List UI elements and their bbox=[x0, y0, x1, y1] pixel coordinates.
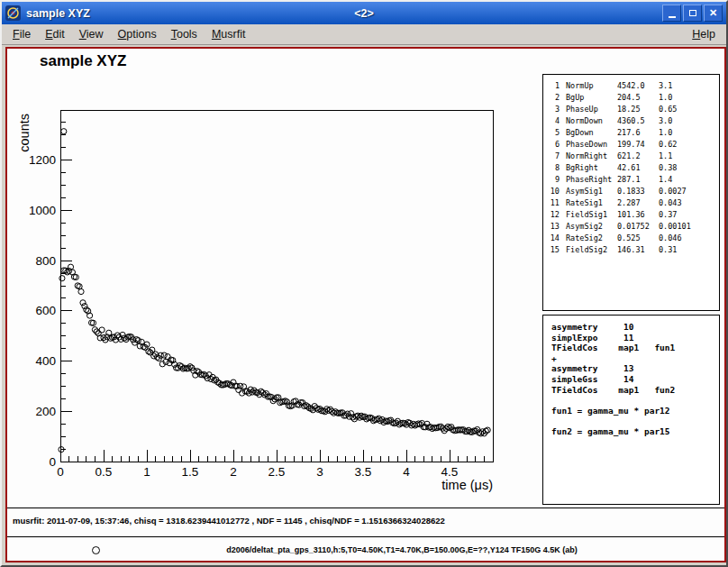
menubar: FileEditViewOptionsToolsMusrfit Help bbox=[2, 24, 726, 45]
app-icon[interactable] bbox=[5, 5, 21, 21]
legend-marker-circle-icon bbox=[92, 546, 100, 554]
plot-svg: 00.511.522.533.544.502004006008001000120… bbox=[7, 49, 512, 517]
svg-text:200: 200 bbox=[35, 405, 56, 418]
param-row: 12FieldSig1101.360.37 bbox=[543, 209, 719, 221]
svg-text:600: 600 bbox=[35, 304, 56, 317]
svg-text:time (μs): time (μs) bbox=[441, 478, 493, 492]
stats-separator-line bbox=[7, 508, 724, 508]
svg-text:400: 400 bbox=[35, 354, 56, 368]
menu-musrfit[interactable]: Musrfit bbox=[205, 26, 253, 42]
menu-tools[interactable]: Tools bbox=[164, 26, 205, 42]
svg-text:1: 1 bbox=[143, 465, 150, 479]
svg-text:2: 2 bbox=[230, 465, 237, 479]
param-row: 4NormDown4360.53.0 bbox=[543, 115, 719, 127]
param-row: 6PhaseDown199.740.62 bbox=[543, 139, 719, 151]
legend-run-title: d2006/deltat_pta_gps_3110,h:5,T0=4.50K,T… bbox=[115, 545, 688, 554]
param-row: 10AsymSig10.18330.0027 bbox=[543, 186, 719, 197]
svg-text:1000: 1000 bbox=[29, 204, 56, 217]
param-row: 9PhaseRight287.11.4 bbox=[543, 174, 719, 186]
param-row: 15FieldSig2146.310.31 bbox=[543, 244, 719, 256]
param-row: 11RateSig12.2870.043 bbox=[543, 197, 719, 209]
window-buttons: ✕ bbox=[662, 5, 723, 22]
svg-text:0: 0 bbox=[57, 465, 64, 479]
minimize-button[interactable] bbox=[662, 5, 681, 22]
maximize-icon bbox=[689, 10, 696, 16]
svg-text:1.5: 1.5 bbox=[182, 465, 199, 479]
close-button[interactable]: ✕ bbox=[704, 5, 723, 22]
param-row: 3PhaseUp18.250.65 bbox=[543, 104, 719, 115]
svg-text:counts: counts bbox=[17, 114, 32, 152]
svg-text:4: 4 bbox=[403, 465, 410, 479]
menu-edit[interactable]: Edit bbox=[38, 26, 72, 42]
close-icon: ✕ bbox=[709, 8, 717, 18]
svg-text:800: 800 bbox=[35, 254, 56, 268]
legend-separator-line bbox=[7, 536, 724, 537]
fit-statistics-text: musrfit: 2011-07-09, 15:37:46, chisq = 1… bbox=[13, 516, 445, 526]
minimize-icon bbox=[669, 16, 676, 18]
svg-text:0.5: 0.5 bbox=[96, 465, 113, 479]
theory-box: asymmetry 10 simplExpo 11 TFieldCos map1… bbox=[542, 315, 720, 505]
theory-text: asymmetry 10 simplExpo 11 TFieldCos map1… bbox=[543, 316, 719, 437]
param-row: 5BgDown217.61.0 bbox=[543, 127, 719, 139]
param-row: 2BgUp204.51.0 bbox=[543, 92, 719, 104]
param-row: 13AsymSig20.017520.00101 bbox=[543, 221, 719, 233]
menu-help[interactable]: Help bbox=[685, 26, 723, 42]
menu-options[interactable]: Options bbox=[111, 26, 164, 42]
svg-text:0: 0 bbox=[49, 455, 56, 469]
window-title: sample XYZ bbox=[26, 7, 90, 20]
titlebar[interactable]: sample XYZ <2> ✕ bbox=[2, 2, 726, 25]
svg-text:4.5: 4.5 bbox=[441, 465, 459, 479]
app-window: sample XYZ <2> ✕ FileEditViewOptionsTool… bbox=[0, 0, 728, 567]
root-canvas[interactable]: sample XYZ 00.511.522.533.544.5020040060… bbox=[5, 47, 726, 562]
svg-text:3: 3 bbox=[316, 465, 323, 479]
param-row: 14RateSig20.5250.046 bbox=[543, 233, 719, 244]
menu-file[interactable]: File bbox=[5, 26, 38, 42]
svg-text:3.5: 3.5 bbox=[355, 465, 372, 479]
menu-left: FileEditViewOptionsToolsMusrfit bbox=[5, 26, 252, 42]
svg-text:1200: 1200 bbox=[29, 153, 56, 167]
svg-text:2.5: 2.5 bbox=[268, 465, 286, 479]
param-row: 7NormRight621.21.1 bbox=[543, 151, 719, 162]
param-row: 1NormUp4542.03.1 bbox=[543, 80, 719, 92]
menu-view[interactable]: View bbox=[72, 26, 111, 42]
fit-parameters-box: 1NormUp4542.03.12BgUp204.51.03PhaseUp18.… bbox=[542, 74, 720, 311]
maximize-button[interactable] bbox=[683, 5, 702, 22]
param-row: 8BgRight42.610.38 bbox=[543, 162, 719, 174]
window-center-title: <2> bbox=[2, 7, 726, 20]
